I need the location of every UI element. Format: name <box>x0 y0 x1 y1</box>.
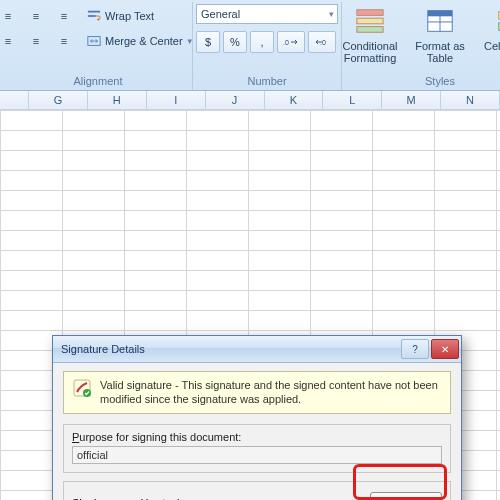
group-label-number: Number <box>199 73 335 90</box>
align-center[interactable]: ≡ <box>23 29 49 53</box>
purpose-label: PPurpose for signing this document:urpos… <box>72 431 442 443</box>
signature-info-text: Valid signature - This signature and the… <box>100 378 442 407</box>
decrease-decimal-button[interactable]: .0 <box>308 31 336 53</box>
group-number: General $ % , .0 .0 Number <box>193 2 342 90</box>
currency-button[interactable]: $ <box>196 31 220 53</box>
signing-as-label: Signing as: <box>72 497 126 500</box>
merge-icon <box>86 33 102 49</box>
format-as-table-icon <box>424 6 456 38</box>
group-label-styles: Styles <box>348 73 500 90</box>
purpose-fieldset: PPurpose for signing this document:urpos… <box>63 424 451 473</box>
align-top[interactable]: ≡ <box>0 4 21 28</box>
col-header[interactable]: L <box>323 91 382 109</box>
cell-styles-icon <box>494 6 500 38</box>
format-as-table-label: Format as Table <box>411 40 469 64</box>
svg-text:.0: .0 <box>283 39 289 46</box>
svg-rect-6 <box>357 18 383 24</box>
col-header[interactable]: J <box>206 91 265 109</box>
signature-details-dialog: Signature Details ? ✕ Valid signature - … <box>52 335 462 500</box>
signature-info-box: Valid signature - This signature and the… <box>63 371 451 414</box>
percent-button[interactable]: % <box>223 31 247 53</box>
cell-styles-label: Cell Styles <box>484 40 500 52</box>
number-format-value: General <box>201 8 240 20</box>
number-format-combo[interactable]: General <box>196 4 338 24</box>
svg-rect-0 <box>88 11 100 13</box>
cell-styles-button[interactable]: Cell Styles <box>477 4 500 54</box>
svg-rect-1 <box>88 15 96 17</box>
close-x-button[interactable]: ✕ <box>431 339 459 359</box>
wrap-text-button[interactable]: Wrap Text <box>81 4 201 28</box>
conditional-formatting-label: Conditional Formatting <box>341 40 399 64</box>
group-alignment: ≡ ≡ ≡ ≡ ≡ ≡ Wrap Text <box>4 2 193 90</box>
svg-rect-7 <box>357 27 383 33</box>
col-header[interactable]: G <box>29 91 88 109</box>
align-right[interactable]: ≡ <box>51 29 77 53</box>
align-bottom[interactable]: ≡ <box>51 4 77 28</box>
col-header[interactable]: M <box>382 91 441 109</box>
wrap-text-label: Wrap Text <box>105 10 154 22</box>
dialog-titlebar[interactable]: Signature Details ? ✕ <box>53 336 461 363</box>
wrap-text-icon <box>86 8 102 24</box>
merge-center-button[interactable]: Merge & Center ▼ <box>81 29 201 53</box>
merge-center-label: Merge & Center <box>105 35 183 47</box>
align-left[interactable]: ≡ <box>0 29 21 53</box>
valid-signature-icon <box>72 378 92 398</box>
worksheet-grid[interactable]: Signature Details ? ✕ Valid signature - … <box>0 110 500 500</box>
ribbon: ≡ ≡ ≡ ≡ ≡ ≡ Wrap Text <box>0 0 500 91</box>
conditional-formatting-icon <box>354 6 386 38</box>
svg-rect-5 <box>357 10 383 16</box>
purpose-field <box>72 446 442 464</box>
group-label-alignment: Alignment <box>10 73 186 90</box>
conditional-formatting-button[interactable]: Conditional Formatting <box>337 4 403 66</box>
col-header[interactable]: N <box>441 91 500 109</box>
format-as-table-button[interactable]: Format as Table <box>407 4 473 66</box>
comma-button[interactable]: , <box>250 31 274 53</box>
dialog-title: Signature Details <box>61 343 145 355</box>
col-header[interactable]: H <box>88 91 147 109</box>
col-header[interactable]: I <box>147 91 206 109</box>
align-middle[interactable]: ≡ <box>23 4 49 28</box>
signing-as-row: Signing as: Howtech View... <box>63 481 451 500</box>
view-button[interactable]: View... <box>370 492 442 500</box>
help-button[interactable]: ? <box>401 339 429 359</box>
column-headers: G H I J K L M N <box>0 91 500 110</box>
increase-decimal-button[interactable]: .0 <box>277 31 305 53</box>
signing-as-value: Howtech <box>140 497 183 500</box>
col-header[interactable]: K <box>265 91 324 109</box>
group-styles: Conditional Formatting Format as Table C… <box>342 2 500 90</box>
